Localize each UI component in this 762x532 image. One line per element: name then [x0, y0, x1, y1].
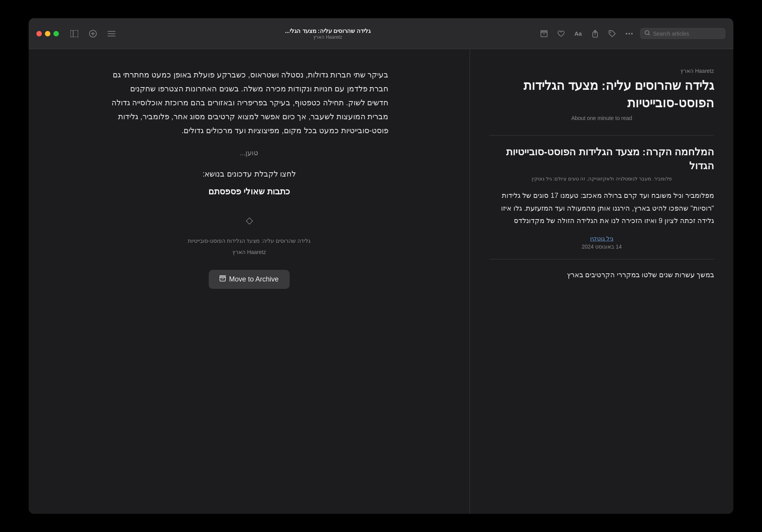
diamond-divider: ◇ [110, 212, 389, 228]
svg-point-13 [610, 31, 611, 33]
cta-subscribe-text: לחצו לקבלת עדכונים בנושא: [110, 167, 389, 181]
article-body: בעיקר שתי חברות גדולות, נסטלה ושטראוס, כ… [110, 68, 389, 289]
tag-button[interactable] [606, 27, 618, 40]
article-source: Haaretz הארץ [313, 34, 342, 40]
author-link[interactable]: גיל גוטקין [489, 235, 714, 242]
article-excerpt: מפלומביר וניל משובח ועד קרם ברולה מאכזב:… [489, 189, 714, 227]
svg-point-16 [631, 33, 633, 34]
svg-point-15 [628, 33, 630, 34]
share-button[interactable] [589, 27, 601, 40]
svg-point-14 [626, 33, 627, 34]
titlebar: גלידה שהרוסים עליה: מצעד הגלי... Haaretz… [29, 18, 733, 49]
heart-button[interactable] [555, 27, 567, 40]
divider-2 [489, 259, 714, 259]
search-input[interactable] [653, 31, 721, 37]
article-footer-title: גלידה שהרוסים עליה: מצעד הגלידות הפוסט-ס… [110, 236, 389, 246]
article-date: 14 באוגוסט 2024 [489, 244, 714, 250]
archive-action-button[interactable] [538, 27, 550, 40]
more-options-button[interactable] [623, 27, 635, 40]
search-icon [645, 30, 650, 37]
svg-point-17 [645, 31, 649, 34]
search-bar[interactable] [640, 28, 726, 39]
svg-rect-20 [220, 276, 226, 277]
article-byline: פלומביר. מעבר לנוסטלגיה ולאקזוטיקה, זה ט… [489, 176, 714, 182]
article-title-short: גלידה שהרוסים עליה: מצעד הגלי... [285, 27, 371, 34]
divider-1 [489, 135, 714, 136]
close-button[interactable] [36, 31, 42, 36]
archive-btn-label: Move to Archive [229, 275, 278, 283]
article-section-heading: המלחמה הקרה: מצעד הגלידות הפוסט-סובייטיו… [489, 145, 714, 173]
list-button[interactable] [105, 27, 118, 40]
svg-rect-8 [541, 32, 547, 37]
traffic-lights [36, 31, 59, 36]
left-panel: בעיקר שתי חברות גדולות, נסטלה ושטראוס, כ… [29, 49, 470, 514]
font-size-button[interactable]: Aa [572, 27, 584, 40]
article-source-label: Haaretz הארץ [489, 68, 714, 74]
titlebar-actions: Aa [538, 27, 726, 40]
article-body-paragraph: בעיקר שתי חברות גדולות, נסטלה ושטראוס, כ… [110, 68, 389, 137]
right-panel: Haaretz הארץ גלידה שהרוסים עליה: מצעד הג… [470, 49, 733, 514]
move-to-archive-button[interactable]: Move to Archive [209, 270, 289, 289]
article-preview-text: במשך עשרות שנים שלטו במקררי הקרטיבים באר… [489, 269, 714, 281]
sidebar-toggle-button[interactable] [68, 27, 81, 40]
main-content: בעיקר שתי חברות גדולות, נסטלה ושטראוס, כ… [29, 49, 733, 514]
titlebar-center: גלידה שהרוסים עליה: מצעד הגלי... Haaretz… [124, 27, 532, 40]
svg-line-18 [649, 34, 650, 35]
minimize-button[interactable] [45, 31, 50, 36]
fullscreen-button[interactable] [53, 31, 59, 36]
compose-button[interactable] [87, 27, 99, 40]
cta-bold-text: כתבות שאולי פספסתם [110, 184, 389, 199]
article-main-title: גלידה שהרוסים עליה: מצעד הגלידות הפוסט-ס… [489, 77, 714, 112]
svg-rect-9 [541, 31, 547, 32]
read-time-label: About one minute to read [489, 115, 714, 121]
loading-text: טוען... [110, 147, 389, 159]
article-footer-source: Haaretz הארץ [110, 247, 389, 257]
article-footer: גלידה שהרוסים עליה: מצעד הגלידות הפוסט-ס… [110, 236, 389, 257]
app-window: גלידה שהרוסים עליה: מצעד הגלי... Haaretz… [29, 18, 733, 514]
svg-rect-0 [70, 30, 78, 37]
archive-btn-icon [220, 275, 226, 283]
